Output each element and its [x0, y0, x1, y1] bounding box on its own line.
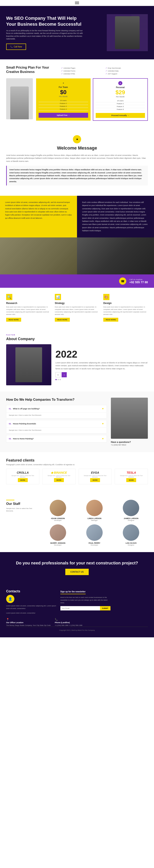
feature-item: Feature 2	[39, 102, 88, 105]
hamburger-menu[interactable]	[75, 2, 79, 4]
pricing-cards: ★ For Team $0 Per Month 15 Users Feature…	[36, 78, 148, 121]
footer-newsletter-heading: Sign up for the newsletter	[60, 590, 86, 594]
image-overlay	[0, 238, 77, 274]
about-dot-3	[60, 379, 61, 380]
staff-grid: ADAM JONSON Developer LINDA LARSON Manag…	[41, 500, 148, 546]
pricing-heading: Small Pricing Plan For Your Creative Bus…	[6, 65, 58, 74]
for-team-label: For Team	[39, 86, 88, 88]
about-prev-btn[interactable]: ‹	[56, 372, 61, 377]
service-research: 🔍 Research Duis aute irure dolor in repr…	[6, 294, 51, 322]
unlimited-list-1: ✓ Unlimited Pages ✓ Unlimited Forms ✓ Un…	[61, 66, 103, 75]
faq-contact-label: Have a questions?	[111, 441, 148, 443]
footer-phone: 📞 Phone (Landline) +1 (234) 568-1388 +1 …	[55, 618, 82, 627]
newsletter-submit-button[interactable]: SUBMIT	[100, 606, 111, 611]
feature-item: Feature 4	[39, 108, 88, 111]
contact-bar-info: Call Us Anytime +92 555 77 88	[129, 279, 148, 284]
faq-question-3[interactable]: 03. How to Home Painting? ▼	[6, 435, 106, 442]
feature-item: Feature 3	[96, 105, 145, 108]
strategy-read-more[interactable]: READ MORE	[55, 318, 70, 322]
design-text: Duis aute irure dolor in reprehenderit i…	[103, 306, 148, 316]
binance-text: Sample text. Click to select the Text El…	[44, 475, 73, 478]
about-navigation: ‹ ›	[56, 372, 148, 377]
design-title: Design	[103, 302, 148, 305]
hero-image	[107, 14, 148, 51]
about-section: FACTOR About Company 2022 Lorem ipsum do…	[0, 328, 154, 392]
about-tag: FACTOR	[6, 334, 148, 336]
log-photo	[123, 524, 139, 541]
personal-price: $29	[96, 89, 145, 96]
james-photo	[123, 500, 139, 516]
faq-title: How Do We Help Companies To Transform?	[6, 398, 107, 402]
design-read-more[interactable]: READ MORE	[103, 318, 118, 322]
contact-bar-phone: +92 555 77 88	[129, 281, 148, 284]
marry-photo	[50, 524, 66, 541]
about-year: 2022	[56, 349, 148, 359]
unlimited-item: ✓ Unlimited Forms	[61, 69, 103, 72]
adam-name: ADAM JONSON	[41, 517, 74, 520]
welcome-paragraph-2: Amet luctus venenatis lectus magna fring…	[6, 166, 148, 185]
hero-cta-button[interactable]: 📞 Call Now	[6, 43, 26, 50]
marry-name: MARRY JONSON	[41, 542, 74, 544]
tesla-text: Sample text. Click to select the Text El…	[117, 475, 146, 478]
unlimited-item: ✓ Unlimited Data	[105, 69, 148, 72]
client-tesla: TESLA Sample text. Click to select the T…	[115, 469, 148, 484]
feature-item: Feature 2	[96, 102, 145, 105]
evga-more-btn[interactable]: MORE	[90, 478, 100, 482]
faq-question-text-3: How to Home Painting?	[13, 438, 34, 440]
about-dot-1	[56, 379, 57, 380]
chevron-down-icon-3: ▼	[102, 437, 104, 440]
contact-bar-label: Call Us Anytime	[129, 279, 148, 281]
yellow-left: Lorem ipsum dolor sit amet, consectetur …	[0, 196, 77, 238]
staff-left: Our Staff Sample text. Click to select t…	[6, 500, 37, 546]
strategy-text: Duis aute irure dolor in reprehenderit i…	[55, 306, 99, 316]
footer-contacts-column: Contacts 👤 Lorem ipsum dolor sit amet, c…	[6, 589, 56, 614]
about-person-shape	[16, 347, 42, 382]
clients-subtitle: Paragraph Lorem dolor sit amet, consecte…	[6, 464, 148, 466]
feature-item: 15 Users	[96, 99, 145, 102]
service-design: 🎨 Design Duis aute irure dolor in repreh…	[103, 294, 148, 322]
strategy-title: Strategy	[55, 302, 99, 305]
binance-logo: ◆ BINANCE	[44, 471, 73, 474]
staff-card-james: JAMES LARSON Designer	[114, 500, 148, 521]
tesla-more-btn[interactable]: MORE	[126, 478, 136, 482]
cta-contact-button[interactable]: CONTACT US	[65, 569, 89, 575]
faq-question-1[interactable]: 01. What is off page seo building? ▼	[6, 405, 106, 412]
research-icon: 🔍	[6, 294, 12, 300]
personal-label: Personal	[96, 86, 145, 89]
about-next-btn[interactable]: ›	[62, 372, 67, 377]
research-text: Duis aute irure dolor in reprehenderit i…	[6, 306, 51, 316]
services-section: 🔍 Research Duis aute irure dolor in repr…	[0, 288, 154, 328]
faq-question-text-2: House Painting Essentials	[13, 423, 36, 425]
footer: Contacts 👤 Lorem ipsum dolor sit amet, c…	[0, 583, 154, 637]
about-text-content: 2022 Lorem ipsum dolor sit amet, consect…	[56, 349, 148, 380]
call-icon: ☎	[119, 278, 126, 285]
client-evga: EVGA Sample text. Click to select the Te…	[79, 469, 112, 484]
proceed-annually-button[interactable]: Proceed Annually →	[96, 113, 145, 118]
james-name: JAMES LARSON	[114, 517, 148, 520]
pricing-section: Small Pricing Plan For Your Creative Bus…	[0, 59, 154, 127]
contact-bar: ☎ Call Us Anytime +92 555 77 88	[0, 274, 154, 288]
footer-contact-label: Lorem ipsum dolor sit amet, consectetur	[6, 612, 56, 614]
faq-item-1: 01. What is off page seo building? ▼ Sam…	[6, 405, 107, 418]
research-read-more[interactable]: READ MORE	[6, 318, 21, 322]
faq-num-3: 03.	[9, 438, 11, 440]
faq-right: Have a questions? +1 (234) 567-8910	[111, 398, 148, 446]
hero-description: As a result of our philosophy to be the …	[6, 29, 84, 40]
about-content: 2022 Lorem ipsum dolor sit amet, consect…	[6, 344, 148, 385]
faq-question-2[interactable]: 02. House Painting Essentials ▼	[6, 420, 106, 427]
research-title: Research	[6, 302, 51, 305]
team-card-icon: ★	[61, 81, 65, 85]
upload-free-button[interactable]: Upload Free →	[39, 113, 88, 118]
footer-empty-column	[115, 589, 148, 614]
staff-card-adam: ADAM JONSON Developer	[41, 500, 74, 521]
binance-more-btn[interactable]: MORE	[54, 478, 64, 482]
staff-section: Our Staff Sample text. Click to select t…	[0, 494, 154, 552]
log-name: LOG SCAVO	[114, 542, 148, 544]
footer-newsletter-form: SUBMIT	[60, 606, 111, 611]
footer-office-location: 📍 Our Office Location The Money Tango St…	[6, 618, 51, 627]
evga-text: Sample text. Click to select the Text El…	[81, 475, 110, 478]
newsletter-email-input[interactable]	[60, 606, 100, 611]
faq-phone: +1 (234) 567-8910	[111, 444, 148, 446]
marry-role: Developer	[41, 544, 74, 546]
crolla-more-btn[interactable]: MORE	[18, 478, 28, 482]
